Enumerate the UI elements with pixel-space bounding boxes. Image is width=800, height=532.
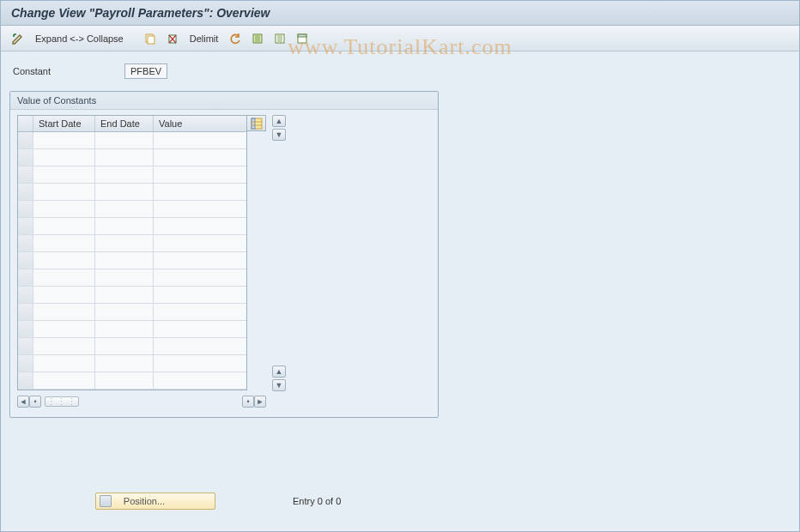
row-selector[interactable] [18, 269, 33, 286]
row-selector[interactable] [18, 218, 33, 234]
row-selector[interactable] [18, 304, 33, 320]
cell-value[interactable] [154, 252, 246, 269]
column-value[interactable]: Value [154, 116, 246, 131]
cell-start-date[interactable] [33, 338, 95, 354]
table-row[interactable] [18, 184, 246, 201]
table-row[interactable] [18, 166, 246, 184]
cell-value[interactable] [154, 149, 246, 166]
cell-start-date[interactable] [33, 304, 95, 320]
cell-end-date[interactable] [95, 252, 154, 269]
cell-value[interactable] [154, 338, 246, 354]
cell-value[interactable] [154, 321, 246, 337]
table-row[interactable] [18, 321, 246, 338]
cell-start-date[interactable] [33, 149, 95, 166]
scroll-up-bottom-icon[interactable]: ▲ [272, 366, 286, 378]
table-row[interactable] [18, 338, 246, 355]
cell-start-date[interactable] [33, 355, 95, 372]
cell-value[interactable] [154, 304, 246, 320]
cell-end-date[interactable] [95, 269, 154, 286]
cell-start-date[interactable] [33, 235, 95, 251]
delete-icon[interactable] [164, 30, 181, 47]
cell-start-date[interactable] [33, 372, 95, 389]
scroll-up-icon[interactable]: ▲ [272, 115, 286, 127]
table-settings-icon[interactable] [294, 30, 311, 47]
cell-start-date[interactable] [33, 287, 95, 303]
row-selector[interactable] [18, 372, 33, 389]
pencil-toggle-icon[interactable] [9, 30, 27, 47]
select-all-icon[interactable] [249, 30, 266, 47]
cell-value[interactable] [154, 235, 246, 251]
table-row[interactable] [18, 304, 246, 321]
cell-start-date[interactable] [33, 166, 95, 183]
cell-end-date[interactable] [95, 372, 154, 389]
cell-start-date[interactable] [33, 252, 95, 269]
expand-collapse-button[interactable]: Expand <-> Collapse [32, 33, 127, 44]
cell-value[interactable] [154, 132, 246, 148]
row-selector[interactable] [18, 287, 33, 303]
cell-value[interactable] [154, 166, 246, 183]
cell-value[interactable] [154, 269, 246, 286]
cell-end-date[interactable] [95, 166, 154, 183]
cell-end-date[interactable] [95, 304, 154, 320]
cell-end-date[interactable] [95, 132, 154, 148]
cell-end-date[interactable] [95, 321, 154, 337]
cell-end-date[interactable] [95, 287, 154, 303]
table-row[interactable] [18, 252, 246, 269]
position-button[interactable]: Position... [95, 493, 215, 510]
scroll-right-step-icon[interactable]: • [242, 396, 254, 408]
row-selector[interactable] [18, 149, 33, 166]
cell-start-date[interactable] [33, 218, 95, 234]
constant-field[interactable]: PFBEV [124, 63, 167, 79]
cell-end-date[interactable] [95, 201, 154, 217]
cell-value[interactable] [154, 201, 246, 217]
delimit-button[interactable]: Delimit [186, 33, 222, 44]
cell-end-date[interactable] [95, 235, 154, 251]
cell-end-date[interactable] [95, 149, 154, 166]
table-row[interactable] [18, 132, 246, 149]
configure-columns-icon[interactable] [247, 115, 266, 131]
row-selector[interactable] [18, 321, 33, 337]
cell-value[interactable] [154, 184, 246, 200]
table-row[interactable] [18, 149, 246, 166]
row-selector-header[interactable] [18, 116, 33, 131]
column-start-date[interactable]: Start Date [33, 116, 95, 131]
table-row[interactable] [18, 235, 246, 252]
scroll-thumb[interactable]: ⋮⋮⋮ [45, 396, 79, 407]
copy-icon[interactable] [142, 30, 159, 47]
table-row[interactable] [18, 201, 246, 218]
deselect-all-icon[interactable] [271, 30, 288, 47]
table-row[interactable] [18, 372, 246, 390]
row-selector[interactable] [18, 338, 33, 354]
cell-end-date[interactable] [95, 184, 154, 200]
row-selector[interactable] [18, 252, 33, 269]
cell-start-date[interactable] [33, 321, 95, 337]
cell-value[interactable] [154, 355, 246, 372]
cell-end-date[interactable] [95, 355, 154, 372]
cell-start-date[interactable] [33, 269, 95, 286]
row-selector[interactable] [18, 235, 33, 251]
row-selector[interactable] [18, 132, 33, 148]
cell-end-date[interactable] [95, 218, 154, 234]
column-end-date[interactable]: End Date [95, 116, 154, 131]
table-row[interactable] [18, 287, 246, 304]
table-row[interactable] [18, 218, 246, 235]
scroll-left-icon[interactable]: ◄ [17, 396, 29, 408]
row-selector[interactable] [18, 355, 33, 372]
row-selector[interactable] [18, 184, 33, 200]
scroll-down-icon[interactable]: ▼ [272, 129, 286, 141]
row-selector[interactable] [18, 166, 33, 183]
cell-start-date[interactable] [33, 201, 95, 217]
cell-end-date[interactable] [95, 338, 154, 354]
cell-value[interactable] [154, 372, 246, 389]
undo-icon[interactable] [227, 30, 244, 47]
table-row[interactable] [18, 355, 246, 372]
cell-start-date[interactable] [33, 132, 95, 148]
row-selector[interactable] [18, 201, 33, 217]
scroll-right-icon[interactable]: ► [254, 396, 266, 408]
cell-value[interactable] [154, 287, 246, 303]
cell-value[interactable] [154, 218, 246, 234]
scroll-down-bottom-icon[interactable]: ▼ [272, 379, 286, 391]
scroll-left-step-icon[interactable]: • [29, 396, 41, 408]
table-row[interactable] [18, 269, 246, 287]
cell-start-date[interactable] [33, 184, 95, 200]
